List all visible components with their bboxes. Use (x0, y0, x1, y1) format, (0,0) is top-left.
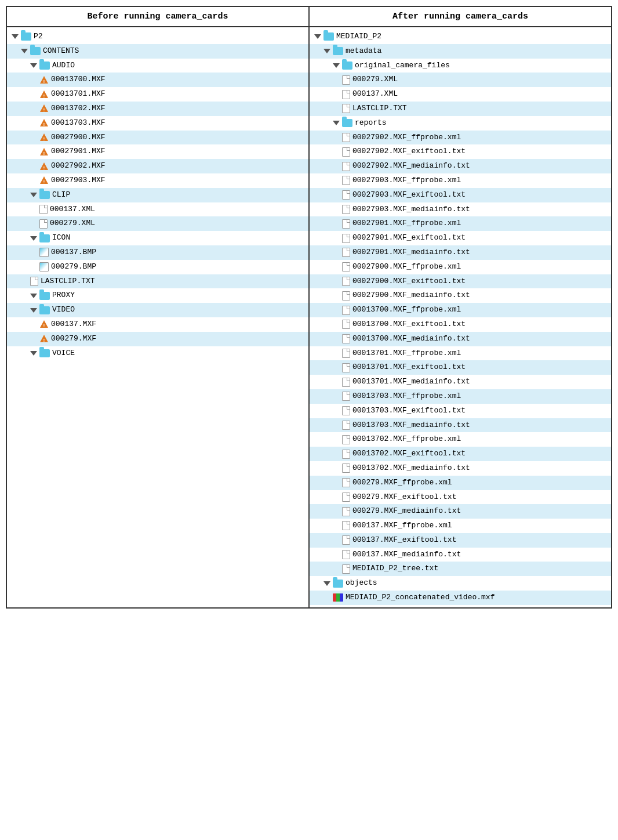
tree-item[interactable]: CONTENTS (7, 44, 308, 59)
tree-item[interactable]: 00013701.MXF_ffprobe.xml (310, 346, 611, 361)
item-label: 00013700.MXF_ffprobe.xml (352, 304, 461, 316)
tree-item[interactable]: 00013703.MXF_ffprobe.xml (310, 389, 611, 404)
item-label: 00013703.MXF (51, 117, 106, 129)
tree-item[interactable]: AUDIO (7, 59, 308, 73)
item-label: 00013701.MXF_exiftool.txt (352, 361, 466, 374)
mxf-audio-icon: ! (39, 320, 49, 329)
tree-item[interactable]: MEDIAID_P2_concatenated_video.mxf (310, 591, 611, 605)
tree-item[interactable]: 000279.BMP (7, 260, 308, 274)
tree-item[interactable]: ICON (7, 231, 308, 245)
tree-item[interactable]: metadata (310, 44, 611, 59)
expand-icon[interactable] (30, 193, 37, 197)
tree-item[interactable]: !00027901.MXF (7, 144, 308, 159)
item-label: 00027901.MXF_mediainfo.txt (352, 247, 470, 259)
expand-icon[interactable] (21, 49, 28, 53)
tree-item[interactable]: 000279.XML (310, 73, 611, 87)
tree-item[interactable]: !000279.MXF (7, 332, 308, 346)
tree-item[interactable]: 00013703.MXF_exiftool.txt (310, 404, 611, 418)
tree-item[interactable]: !00027902.MXF (7, 159, 308, 173)
expand-icon[interactable] (30, 351, 37, 356)
tree-item[interactable]: !00027900.MXF (7, 131, 308, 145)
item-label: 000137.XML (50, 204, 95, 216)
tree-item[interactable]: 000279.MXF_mediainfo.txt (310, 504, 611, 519)
tree-item[interactable]: 00027902.MXF_ffprobe.xml (310, 131, 611, 145)
svg-text:!: ! (43, 151, 46, 156)
expand-icon[interactable] (323, 581, 330, 586)
tree-item[interactable]: 000279.MXF_exiftool.txt (310, 490, 611, 505)
expand-icon[interactable] (314, 34, 321, 39)
file-icon (342, 378, 350, 387)
tree-item[interactable]: VIDEO (7, 303, 308, 317)
expand-icon[interactable] (323, 49, 330, 53)
tree-item[interactable]: 00027902.MXF_mediainfo.txt (310, 159, 611, 173)
expand-icon[interactable] (30, 236, 37, 241)
tree-item[interactable]: P2 (7, 30, 308, 44)
tree-item[interactable]: 00027901.MXF_mediainfo.txt (310, 245, 611, 260)
left-panel: Before running camera_cards P2CONTENTSAU… (7, 7, 310, 607)
tree-item[interactable]: 00027902.MXF_exiftool.txt (310, 144, 611, 159)
tree-item[interactable]: 00013701.MXF_mediainfo.txt (310, 375, 611, 389)
tree-item[interactable]: !000137.MXF (7, 317, 308, 332)
folder-icon (39, 234, 50, 242)
tree-item[interactable]: !00013702.MXF (7, 102, 308, 116)
file-icon (342, 104, 350, 113)
svg-text:!: ! (43, 338, 46, 343)
item-label: VOICE (52, 347, 75, 360)
expand-icon[interactable] (333, 63, 340, 68)
tree-item[interactable]: reports (310, 116, 611, 131)
tree-item[interactable]: !00013703.MXF (7, 116, 308, 131)
item-label: 00013703.MXF_mediainfo.txt (352, 419, 470, 432)
tree-item[interactable]: 00013700.MXF_mediainfo.txt (310, 332, 611, 346)
tree-item[interactable]: 00013702.MXF_mediainfo.txt (310, 461, 611, 476)
tree-item[interactable]: 000137.XML (7, 202, 308, 217)
tree-item[interactable]: 00013702.MXF_exiftool.txt (310, 447, 611, 461)
tree-item[interactable]: 00013701.MXF_exiftool.txt (310, 360, 611, 375)
tree-item[interactable]: 00027903.MXF_exiftool.txt (310, 188, 611, 202)
tree-item[interactable]: 00027900.MXF_exiftool.txt (310, 274, 611, 289)
item-label: 000137.MXF_mediainfo.txt (352, 549, 461, 561)
file-icon (342, 306, 350, 315)
tree-item[interactable]: 00027901.MXF_exiftool.txt (310, 231, 611, 245)
tree-item[interactable]: !00013701.MXF (7, 87, 308, 102)
expand-icon[interactable] (333, 121, 340, 125)
expand-icon[interactable] (30, 63, 37, 68)
main-container: Before running camera_cards P2CONTENTSAU… (6, 6, 612, 609)
tree-item[interactable]: 00027900.MXF_mediainfo.txt (310, 288, 611, 303)
tree-item[interactable]: 00013700.MXF_ffprobe.xml (310, 303, 611, 317)
tree-item[interactable]: !00013700.MXF (7, 73, 308, 87)
tree-item[interactable]: MEDIAID_P2_tree.txt (310, 562, 611, 576)
tree-item[interactable]: LASTCLIP.TXT (7, 274, 308, 289)
tree-item[interactable]: original_camera_files (310, 59, 611, 73)
tree-item[interactable]: 00013702.MXF_ffprobe.xml (310, 432, 611, 447)
tree-item[interactable]: VOICE (7, 346, 308, 361)
expand-icon[interactable] (30, 294, 37, 298)
tree-item[interactable]: 000137.BMP (7, 245, 308, 260)
file-icon (39, 205, 48, 214)
mxf-audio-icon: ! (39, 118, 49, 128)
tree-item[interactable]: 00027901.MXF_ffprobe.xml (310, 216, 611, 231)
tree-item[interactable]: 00027903.MXF_ffprobe.xml (310, 173, 611, 188)
expand-icon[interactable] (30, 308, 37, 313)
tree-item[interactable]: 00027903.MXF_mediainfo.txt (310, 202, 611, 217)
tree-item[interactable]: MEDIAID_P2 (310, 30, 611, 44)
tree-item[interactable]: !00027903.MXF (7, 173, 308, 188)
tree-item[interactable]: 00027900.MXF_ffprobe.xml (310, 260, 611, 274)
tree-item[interactable]: PROXY (7, 288, 308, 303)
mxf-audio-icon: ! (39, 162, 49, 171)
item-label: 000137.XML (352, 88, 398, 100)
folder-icon (342, 119, 352, 127)
tree-item[interactable]: CLIP (7, 188, 308, 202)
tree-item[interactable]: 000137.MXF_exiftool.txt (310, 533, 611, 548)
bmp-icon (39, 262, 49, 271)
tree-item[interactable]: 00013703.MXF_mediainfo.txt (310, 418, 611, 433)
tree-item[interactable]: 000279.MXF_ffprobe.xml (310, 476, 611, 490)
tree-item[interactable]: objects (310, 576, 611, 591)
file-icon (342, 392, 350, 401)
tree-item[interactable]: LASTCLIP.TXT (310, 102, 611, 116)
tree-item[interactable]: 000137.XML (310, 87, 611, 102)
tree-item[interactable]: 000279.XML (7, 216, 308, 231)
tree-item[interactable]: 000137.MXF_ffprobe.xml (310, 519, 611, 533)
tree-item[interactable]: 00013700.MXF_exiftool.txt (310, 317, 611, 332)
tree-item[interactable]: 000137.MXF_mediainfo.txt (310, 548, 611, 562)
expand-icon[interactable] (12, 34, 19, 39)
